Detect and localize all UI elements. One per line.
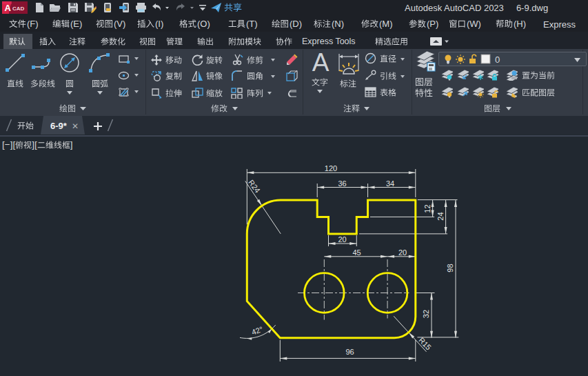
svg-text:20: 20 [398, 248, 407, 257]
svg-text:20: 20 [338, 235, 346, 244]
svg-text:24: 24 [436, 212, 445, 220]
svg-text:96: 96 [345, 348, 354, 356]
svg-text:34: 34 [386, 179, 394, 188]
svg-text:A: A [5, 3, 12, 13]
svg-text:120: 120 [325, 164, 337, 172]
svg-text:36: 36 [338, 179, 346, 188]
svg-text:R15: R15 [417, 336, 433, 352]
svg-text:98: 98 [446, 264, 454, 272]
svg-text:R24: R24 [247, 178, 262, 194]
svg-text:12: 12 [423, 204, 432, 212]
svg-text:32: 32 [422, 310, 430, 318]
svg-text:CAD: CAD [12, 6, 25, 12]
svg-text:42°: 42° [250, 325, 264, 337]
svg-text:45: 45 [352, 248, 361, 257]
